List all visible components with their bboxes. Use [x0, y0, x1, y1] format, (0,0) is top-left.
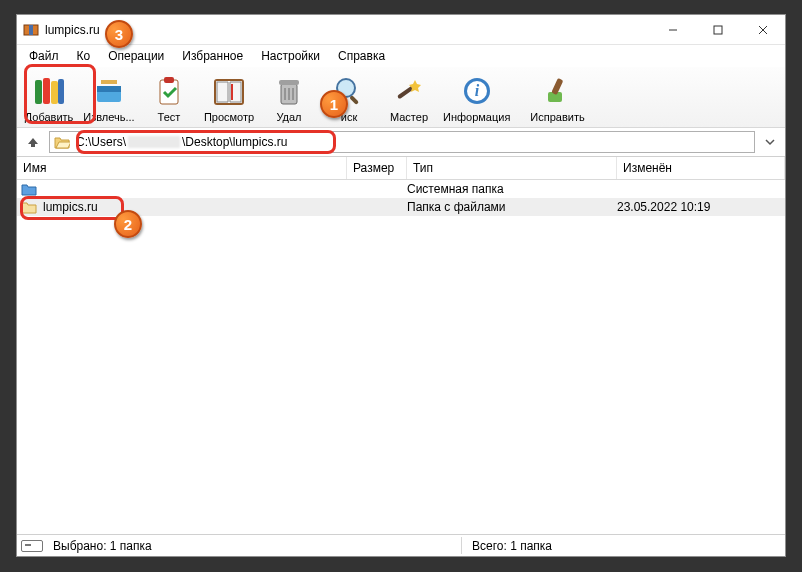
info-button[interactable]: i Информация	[443, 71, 510, 123]
find-button[interactable]: иск	[323, 71, 375, 123]
app-icon	[23, 22, 39, 38]
file-list[interactable]: Cистемная папка lumpics.ru Папка с файла…	[17, 180, 785, 534]
svg-rect-8	[51, 81, 58, 104]
status-bar: Выбрано: 1 папка Всего: 1 папка	[17, 534, 785, 556]
menu-bar: Файл Ко Операции Избранное Настройки Спр…	[17, 45, 785, 67]
svg-rect-13	[160, 80, 178, 104]
app-window: lumpics.ru Файл Ко Операции Избранное На…	[16, 14, 786, 557]
info-icon: i	[459, 73, 495, 109]
svg-rect-3	[714, 26, 722, 34]
svg-rect-23	[349, 95, 359, 105]
wand-icon	[391, 73, 427, 109]
window-controls	[650, 15, 785, 44]
svg-rect-18	[279, 80, 299, 85]
parent-folder-row[interactable]: Cистемная папка	[17, 180, 785, 198]
column-headers: Имя Размер Тип Изменён	[17, 157, 785, 180]
maximize-button[interactable]	[695, 15, 740, 44]
status-total-cell: Всего: 1 папка	[462, 535, 781, 556]
toolbar: Добавить Извлечь... Тест Просмотр Удал	[17, 67, 785, 128]
wizard-button[interactable]: Мастер	[383, 71, 435, 123]
view-button[interactable]: Просмотр	[203, 71, 255, 123]
svg-rect-16	[231, 84, 233, 100]
extract-icon	[91, 73, 127, 109]
item-name: lumpics.ru	[43, 200, 98, 214]
parent-folder-type: Cистемная папка	[407, 182, 617, 196]
test-label: Тест	[158, 111, 181, 123]
path-input[interactable]: C:\Users\ \Desktop\lumpics.ru	[49, 131, 755, 153]
up-button[interactable]	[23, 132, 43, 152]
menu-operations[interactable]: Операции	[100, 47, 172, 65]
svg-rect-14	[164, 77, 174, 83]
path-dropdown[interactable]	[761, 137, 779, 147]
folder-icon	[21, 200, 37, 214]
wizard-label: Мастер	[390, 111, 428, 123]
disk-icon	[21, 540, 43, 552]
clipboard-check-icon	[151, 73, 187, 109]
address-bar: C:\Users\ \Desktop\lumpics.ru	[17, 128, 785, 157]
trash-icon	[271, 73, 307, 109]
delete-label: Удал	[276, 111, 301, 123]
status-selected: Выбрано: 1 папка	[53, 539, 152, 553]
path-redacted	[128, 136, 180, 148]
svg-rect-6	[35, 80, 42, 104]
path-suffix: \Desktop\lumpics.ru	[182, 135, 287, 149]
magnifier-icon	[331, 73, 367, 109]
header-type[interactable]: Тип	[407, 157, 617, 179]
menu-file[interactable]: Файл	[21, 47, 67, 65]
list-item[interactable]: lumpics.ru Папка с файлами 23.05.2022 10…	[17, 198, 785, 216]
svg-rect-11	[97, 86, 121, 92]
info-label: Информация	[443, 111, 510, 123]
svg-rect-29	[551, 78, 563, 95]
find-label: иск	[341, 111, 357, 123]
header-size[interactable]: Размер	[347, 157, 407, 179]
repair-button[interactable]: Исправить	[530, 71, 584, 123]
repair-label: Исправить	[530, 111, 584, 123]
brush-icon	[540, 73, 576, 109]
delete-button[interactable]: Удал	[263, 71, 315, 123]
header-modified[interactable]: Изменён	[617, 157, 785, 179]
add-button[interactable]: Добавить	[23, 71, 75, 123]
test-button[interactable]: Тест	[143, 71, 195, 123]
path-prefix: C:\Users\	[76, 135, 126, 149]
folder-open-icon	[54, 135, 70, 149]
title-bar: lumpics.ru	[17, 15, 785, 45]
add-label: Добавить	[25, 111, 74, 123]
close-button[interactable]	[740, 15, 785, 44]
minimize-button[interactable]	[650, 15, 695, 44]
header-name[interactable]: Имя	[17, 157, 347, 179]
menu-commands[interactable]: Ко	[69, 47, 99, 65]
view-label: Просмотр	[204, 111, 254, 123]
menu-help[interactable]: Справка	[330, 47, 393, 65]
extract-button[interactable]: Извлечь...	[83, 71, 135, 123]
svg-rect-12	[101, 80, 117, 84]
svg-text:i: i	[474, 82, 479, 99]
item-modified: 23.05.2022 10:19	[617, 200, 785, 214]
svg-rect-9	[58, 79, 64, 104]
menu-favorites[interactable]: Избранное	[174, 47, 251, 65]
svg-rect-1	[29, 25, 33, 35]
books-icon	[31, 73, 67, 109]
folder-icon	[21, 182, 37, 196]
item-type: Папка с файлами	[407, 200, 617, 214]
status-selected-cell: Выбрано: 1 папка	[21, 535, 461, 556]
status-total: Всего: 1 папка	[472, 539, 552, 553]
svg-rect-7	[43, 78, 50, 104]
book-open-icon	[211, 73, 247, 109]
svg-point-22	[337, 79, 355, 97]
window-title: lumpics.ru	[45, 23, 650, 37]
extract-label: Извлечь...	[83, 111, 134, 123]
menu-settings[interactable]: Настройки	[253, 47, 328, 65]
